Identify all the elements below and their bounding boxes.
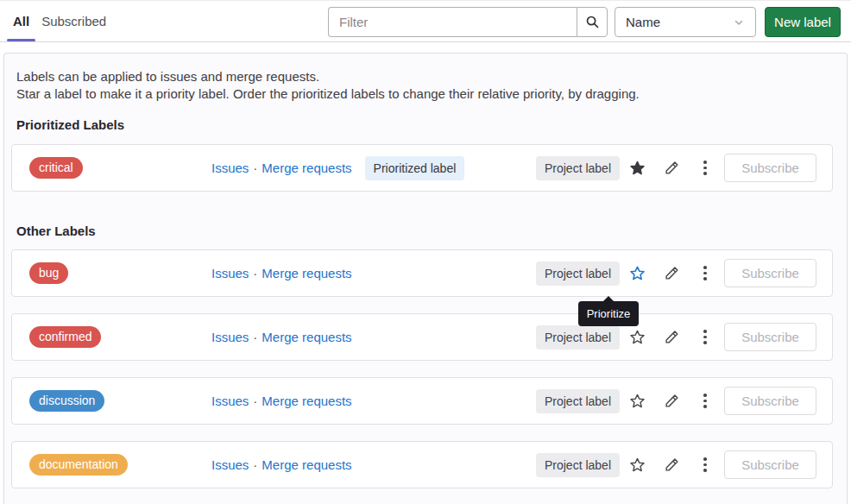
- pencil-icon: [665, 457, 679, 472]
- pencil-icon: [665, 394, 679, 408]
- kebab-icon: [703, 394, 707, 408]
- star-icon: [629, 160, 646, 176]
- star-icon: [629, 265, 646, 281]
- new-label-button[interactable]: New label: [765, 7, 841, 37]
- kebab-icon: [703, 330, 707, 344]
- pencil-button[interactable]: [654, 154, 689, 183]
- label-links: Issues · Merge requests: [211, 394, 352, 408]
- pencil-icon: [665, 161, 679, 175]
- pencil-button[interactable]: [654, 323, 689, 352]
- subscribe-button[interactable]: Subscribe: [724, 450, 816, 479]
- star-button[interactable]: [620, 323, 654, 352]
- label-pill: bug: [29, 262, 68, 284]
- star-button-hovered[interactable]: [620, 259, 654, 288]
- label-links: Issues · Merge requests: [211, 330, 352, 344]
- labels-toolbar: All Subscribed Name New label: [0, 0, 851, 42]
- label-pill: critical: [29, 157, 83, 179]
- project-label-badge: Project label: [536, 453, 620, 477]
- tab-all[interactable]: All: [7, 1, 35, 41]
- label-row-documentation: documentation Issues · Merge requests Pr…: [11, 441, 833, 488]
- labels-container: Labels can be applied to issues and merg…: [3, 53, 848, 504]
- label-links: Issues · Merge requests: [211, 457, 352, 472]
- merge-requests-link[interactable]: Merge requests: [262, 394, 351, 408]
- issues-link[interactable]: Issues: [211, 394, 249, 408]
- merge-requests-link[interactable]: Merge requests: [262, 330, 351, 344]
- label-links: Issues · Merge requests Prioritized labe…: [211, 156, 464, 180]
- pencil-icon: [665, 330, 679, 344]
- merge-requests-link[interactable]: Merge requests: [262, 457, 351, 472]
- chevron-down-icon: [733, 16, 745, 28]
- kebab-menu-button[interactable]: [689, 387, 722, 416]
- kebab-menu-button[interactable]: [689, 323, 722, 352]
- project-label-badge: Project label: [536, 325, 620, 350]
- subscribe-button[interactable]: Subscribe: [724, 154, 816, 182]
- description-line-1: Labels can be applied to issues and merg…: [16, 68, 833, 85]
- label-row-confirmed: confirmed Issues · Merge requests Projec…: [11, 313, 833, 361]
- kebab-icon: [703, 161, 707, 175]
- prioritize-tooltip: Prioritize: [578, 301, 639, 326]
- kebab-menu-button[interactable]: [689, 450, 722, 480]
- kebab-icon: [703, 266, 707, 280]
- issues-link[interactable]: Issues: [211, 330, 249, 344]
- label-row-critical: critical Issues · Merge requests Priorit…: [11, 144, 833, 192]
- star-button[interactable]: [620, 387, 654, 416]
- star-button[interactable]: [620, 154, 654, 183]
- prioritized-label-badge: Prioritized label: [365, 156, 465, 180]
- kebab-icon: [703, 457, 707, 472]
- project-label-badge: Project label: [536, 389, 620, 413]
- pencil-button[interactable]: [654, 387, 689, 416]
- kebab-menu-button[interactable]: [689, 259, 722, 288]
- label-row-discussion: discussion Issues · Merge requests Proje…: [11, 377, 833, 425]
- star-button[interactable]: [620, 450, 654, 480]
- prioritized-labels-heading: Prioritized Labels: [11, 117, 833, 132]
- label-pill: discussion: [29, 390, 104, 412]
- search-button[interactable]: [577, 7, 608, 37]
- label-pill: confirmed: [29, 326, 101, 348]
- sort-dropdown-value: Name: [626, 15, 660, 29]
- filter-group: [328, 7, 608, 37]
- pencil-button[interactable]: [654, 259, 689, 288]
- star-icon: [629, 457, 646, 473]
- kebab-menu-button[interactable]: [689, 154, 722, 183]
- label-links: Issues · Merge requests: [211, 266, 352, 280]
- search-icon: [585, 15, 600, 29]
- merge-requests-link[interactable]: Merge requests: [262, 161, 351, 175]
- project-label-badge: Project label: [536, 156, 620, 180]
- subscribe-button[interactable]: Subscribe: [724, 259, 816, 287]
- label-pill: documentation: [29, 454, 128, 476]
- project-label-badge: Project label: [536, 261, 620, 286]
- tab-subscribed[interactable]: Subscribed: [35, 1, 112, 41]
- tooltip-arrow: [602, 296, 615, 302]
- label-row-bug: bug Issues · Merge requests Project labe…: [11, 249, 833, 297]
- filter-input[interactable]: [328, 7, 577, 37]
- issues-link[interactable]: Issues: [211, 266, 249, 280]
- star-icon: [629, 329, 646, 345]
- issues-link[interactable]: Issues: [211, 161, 249, 175]
- other-labels-heading: Other Labels: [11, 224, 833, 238]
- issues-link[interactable]: Issues: [211, 457, 249, 472]
- star-icon: [629, 393, 646, 409]
- subscribe-button[interactable]: Subscribe: [724, 323, 816, 351]
- tooltip-text: Prioritize: [578, 301, 639, 326]
- labels-description: Labels can be applied to issues and merg…: [11, 68, 833, 103]
- description-line-2: Star a label to make it a priority label…: [16, 85, 833, 103]
- pencil-icon: [665, 266, 679, 280]
- pencil-button[interactable]: [654, 450, 689, 480]
- sort-dropdown[interactable]: Name: [615, 7, 756, 37]
- subscribe-button[interactable]: Subscribe: [724, 387, 816, 415]
- merge-requests-link[interactable]: Merge requests: [262, 266, 351, 280]
